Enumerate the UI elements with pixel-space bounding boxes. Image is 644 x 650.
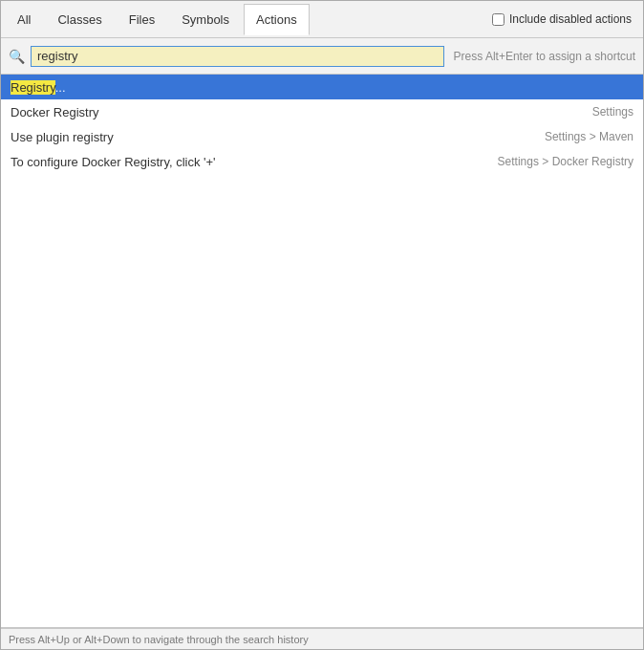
tab-actions[interactable]: Actions: [244, 4, 310, 35]
status-text: Press Alt+Up or Alt+Down to navigate thr…: [9, 634, 309, 645]
tab-symbols[interactable]: Symbols: [169, 4, 242, 35]
result-item-configure-docker-registry[interactable]: To configure Docker Registry, click '+' …: [1, 149, 643, 174]
search-input[interactable]: [31, 46, 444, 67]
include-disabled-container: Include disabled actions: [492, 12, 639, 26]
result-item-use-plugin-registry[interactable]: Use plugin registry Settings > Maven: [1, 124, 643, 149]
results-list: Registry... Docker Registry Settings Use…: [1, 75, 643, 628]
search-bar: 🔍 Press Alt+Enter to assign a shortcut: [1, 38, 643, 75]
include-disabled-checkbox[interactable]: [492, 13, 504, 26]
tab-files[interactable]: Files: [117, 4, 167, 35]
search-icon: 🔍: [9, 49, 25, 64]
status-bar: Press Alt+Up or Alt+Down to navigate thr…: [1, 628, 643, 649]
result-name: To configure Docker Registry, click '+': [11, 155, 498, 169]
shortcut-hint: Press Alt+Enter to assign a shortcut: [454, 50, 635, 63]
result-path: Settings > Docker Registry: [498, 155, 633, 168]
result-item-registry[interactable]: Registry...: [1, 75, 643, 99]
result-path: Settings: [592, 105, 633, 119]
result-name: Registry...: [11, 80, 633, 95]
tab-all[interactable]: All: [5, 4, 43, 35]
tab-classes[interactable]: Classes: [45, 4, 114, 35]
include-disabled-label: Include disabled actions: [509, 12, 632, 26]
result-name: Docker Registry: [11, 105, 592, 119]
result-path: Settings > Maven: [545, 130, 633, 143]
tab-bar: All Classes Files Symbols Actions Includ…: [1, 1, 643, 38]
result-item-docker-registry[interactable]: Docker Registry Settings: [1, 99, 643, 124]
result-name: Use plugin registry: [11, 130, 545, 144]
